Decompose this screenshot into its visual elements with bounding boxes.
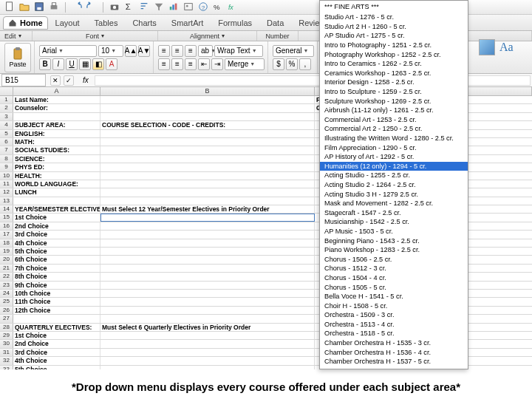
row-header[interactable]: 30 [0, 340, 13, 347]
cell-a[interactable]: PHYS ED: [13, 163, 100, 171]
cell-b[interactable] [100, 273, 315, 280]
cell-reference-box[interactable]: B15 [1, 74, 46, 86]
fx-icon[interactable]: fx [228, 1, 238, 13]
dropdown-item[interactable]: Commercial Art 2 - 1250 - 2.5 cr. [320, 124, 468, 134]
paste-button[interactable]: Paste [4, 43, 31, 72]
cell-b[interactable] [100, 315, 315, 322]
dropdown-item[interactable]: Chorus - 1504 - 4 cr. [320, 273, 468, 283]
filter-icon[interactable] [154, 1, 164, 13]
cell-a[interactable]: 4th Choice [13, 239, 100, 247]
row-header[interactable]: 23 [0, 282, 13, 289]
font-size-select[interactable]: 10▼ [98, 45, 123, 57]
row-header[interactable]: 27 [0, 315, 13, 322]
dropdown-menu[interactable]: *** FINE ARTS *** Studio Art - 1276 - 5 … [319, 0, 468, 369]
dropdown-item[interactable]: Chorus - 1505 - 5 cr. [320, 282, 468, 292]
save-icon[interactable] [34, 1, 44, 13]
cell-b[interactable] [100, 298, 315, 305]
font-name-select[interactable]: Arial▼ [39, 45, 97, 57]
cell-a[interactable]: 12th Choice [13, 307, 100, 314]
cell-a[interactable]: 4th Choice [13, 357, 100, 364]
indent-inc-button[interactable]: ⇥ [211, 58, 223, 70]
dropdown-item[interactable]: Mask and Movement - 1282 - 2.5 cr. [320, 199, 468, 208]
col-header-a[interactable]: A [13, 87, 100, 95]
row-header[interactable]: 7 [0, 146, 13, 154]
camera-icon[interactable] [109, 1, 120, 13]
dropdown-item[interactable]: Piano Workshop - 1283 - 2.5 cr. [320, 245, 468, 255]
comma-button[interactable]: , [299, 58, 311, 70]
cell-b[interactable] [100, 130, 315, 137]
cell-a[interactable]: 9th Choice [13, 282, 100, 289]
cell-a[interactable]: ENGLISH: [13, 130, 100, 137]
currency-button[interactable]: $ [273, 58, 284, 70]
row-header[interactable]: 11 [0, 180, 13, 188]
dropdown-item[interactable]: Stagecraft - 1547 - 2.5 cr. [320, 208, 468, 217]
number-format-select[interactable]: General▼ [273, 45, 314, 57]
dropdown-item[interactable]: AP Studio Art - 1275 - 5 cr. [320, 31, 468, 41]
align-top-button[interactable]: ≡ [158, 45, 170, 57]
cell-b[interactable] [100, 282, 315, 289]
dropdown-item[interactable]: Acting Studio 3 H - 1279 2.5 cr. [320, 189, 468, 199]
row-header[interactable]: 25 [0, 298, 13, 305]
cell-b[interactable]: ▼ [100, 214, 315, 221]
cell-b[interactable] [100, 265, 315, 272]
cell-a[interactable]: MATH: [13, 138, 100, 146]
redo-icon[interactable] [86, 1, 97, 13]
dropdown-item[interactable]: Chorus - 1512 - 3 cr. [320, 264, 468, 273]
row-header[interactable]: 32 [0, 357, 13, 364]
fill-color-button[interactable]: ◧ [92, 58, 104, 70]
tab-tables[interactable]: Tables [87, 17, 126, 29]
cell-b[interactable]: Must Select 6 Quarterly Electives in Pri… [100, 324, 315, 331]
cell-a[interactable]: 10th Choice [13, 290, 100, 297]
dropdown-item[interactable]: Intro to Photography - 1251 - 2.5 cr. [320, 41, 468, 50]
cell-a[interactable]: HEALTH: [13, 172, 100, 180]
new-doc-icon[interactable] [4, 1, 15, 13]
row-header[interactable]: 24 [0, 290, 13, 297]
cell-b[interactable] [100, 172, 315, 180]
align-center-button[interactable]: ≡ [171, 58, 183, 70]
dropdown-item[interactable]: Studio Art - 1276 - 5 cr. [320, 13, 468, 22]
row-header[interactable]: 26 [0, 307, 13, 314]
accept-formula-icon[interactable]: ✓ [64, 75, 74, 86]
dropdown-item[interactable]: Studio Art 2 H - 1260 - 5 cr. [320, 22, 468, 32]
cell-b[interactable] [100, 222, 315, 230]
cell-a[interactable]: 8th Choice [13, 273, 100, 280]
percent-icon[interactable]: % [213, 1, 223, 13]
row-header[interactable]: 17 [0, 231, 13, 238]
cell-b[interactable] [100, 146, 315, 154]
chart-icon[interactable] [168, 1, 179, 13]
cell-a[interactable]: 1st Choice [13, 214, 100, 221]
merge-button[interactable]: Merge▼ [225, 58, 265, 70]
dropdown-item[interactable]: Acting Studio 2 - 1264 - 2.5 cr. [320, 180, 468, 190]
cell-b[interactable] [100, 113, 315, 120]
cell-a[interactable] [13, 197, 100, 205]
row-header[interactable]: 20 [0, 256, 13, 263]
row-header[interactable]: 4 [0, 121, 13, 129]
print-icon[interactable] [49, 1, 59, 13]
theme-swatch[interactable] [479, 39, 495, 55]
dropdown-item[interactable]: AP Music - 1503 - 5 cr. [320, 227, 468, 236]
dropdown-item[interactable]: Interior Design - 1258 - 2.5 cr. [320, 78, 468, 87]
cell-b[interactable] [100, 197, 315, 205]
cell-a[interactable] [13, 315, 100, 322]
dropdown-item[interactable]: Chamber Orchestra H - 1536 - 4 cr. [320, 347, 468, 357]
italic-button[interactable]: I [52, 58, 64, 70]
cell-b[interactable] [100, 239, 315, 247]
align-right-button[interactable]: ≡ [185, 58, 197, 70]
row-header[interactable]: 16 [0, 222, 13, 230]
cell-a[interactable]: SCIENCE: [13, 155, 100, 163]
dropdown-item[interactable]: Intro to Sculpture - 1259 - 2.5 cr. [320, 87, 468, 97]
open-icon[interactable] [19, 1, 30, 13]
row-header[interactable]: 3 [0, 113, 13, 120]
row-header[interactable]: 15 [0, 214, 13, 221]
tab-formulas[interactable]: Formulas [211, 17, 259, 29]
undo-icon[interactable] [72, 1, 82, 13]
dropdown-item[interactable]: Beginning Piano - 1543 - 2.5 cr. [320, 236, 468, 245]
row-header[interactable]: 14 [0, 205, 13, 213]
gallery-icon[interactable] [183, 1, 194, 13]
dropdown-item[interactable]: AP History of Art - 1292 - 5 cr. [320, 152, 468, 162]
dropdown-item[interactable]: Airbrush (11-12 only) - 1261 - 2.5 cr. [320, 106, 468, 115]
cell-a[interactable]: Last Name: [13, 96, 100, 103]
cell-b[interactable] [100, 180, 315, 188]
cancel-formula-icon[interactable]: ✕ [50, 75, 61, 86]
row-header[interactable]: 29 [0, 332, 13, 339]
